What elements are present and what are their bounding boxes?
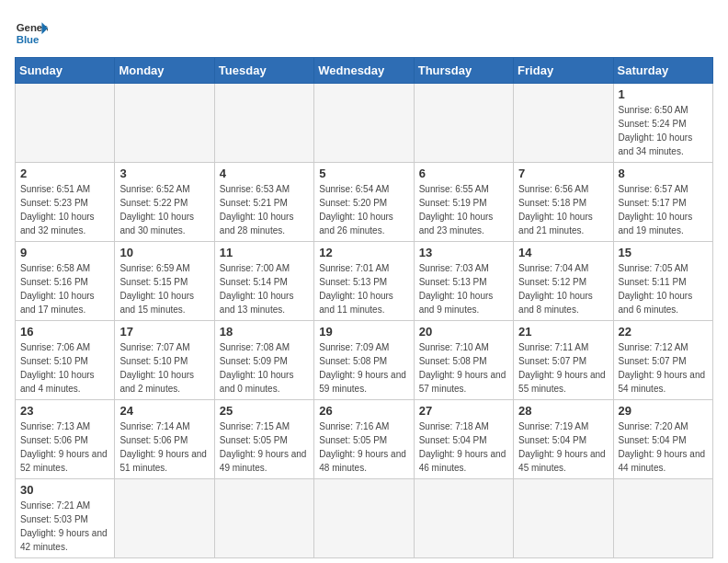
calendar-day-cell: [16, 84, 115, 163]
day-number: 25: [220, 404, 309, 418]
day-info: Sunrise: 7:03 AM Sunset: 5:13 PM Dayligh…: [419, 261, 508, 316]
day-info: Sunrise: 6:50 AM Sunset: 5:24 PM Dayligh…: [619, 103, 708, 158]
calendar-week-row: 9Sunrise: 6:58 AM Sunset: 5:16 PM Daylig…: [16, 242, 713, 321]
calendar-day-cell: [314, 479, 414, 558]
day-info: Sunrise: 6:51 AM Sunset: 5:23 PM Dayligh…: [20, 182, 109, 237]
day-number: 14: [518, 246, 608, 259]
day-info: Sunrise: 6:58 AM Sunset: 5:16 PM Dayligh…: [20, 261, 109, 316]
calendar-day-cell: 7Sunrise: 6:56 AM Sunset: 5:18 PM Daylig…: [514, 163, 613, 242]
day-number: 3: [119, 167, 209, 180]
day-number: 26: [319, 404, 408, 418]
day-number: 29: [619, 404, 708, 418]
day-number: 10: [119, 246, 209, 259]
logo: General Blue: [15, 15, 53, 48]
calendar-day-cell: [414, 84, 513, 163]
logo-icon: General Blue: [15, 15, 48, 48]
calendar-day-cell: [115, 84, 214, 163]
day-info: Sunrise: 7:16 AM Sunset: 5:05 PM Dayligh…: [319, 419, 408, 475]
calendar-day-header: Saturday: [613, 58, 712, 84]
day-info: Sunrise: 6:53 AM Sunset: 5:21 PM Dayligh…: [220, 182, 309, 237]
day-info: Sunrise: 6:55 AM Sunset: 5:19 PM Dayligh…: [419, 182, 508, 237]
day-info: Sunrise: 6:54 AM Sunset: 5:20 PM Dayligh…: [319, 182, 408, 237]
calendar-day-header: Friday: [514, 58, 613, 84]
calendar-day-cell: 23Sunrise: 7:13 AM Sunset: 5:06 PM Dayli…: [16, 400, 115, 479]
calendar-day-cell: [613, 479, 712, 558]
calendar-day-cell: 28Sunrise: 7:19 AM Sunset: 5:04 PM Dayli…: [514, 400, 613, 479]
calendar-day-cell: 18Sunrise: 7:08 AM Sunset: 5:09 PM Dayli…: [214, 321, 313, 400]
calendar-day-cell: 12Sunrise: 7:01 AM Sunset: 5:13 PM Dayli…: [314, 242, 414, 321]
calendar-day-cell: 9Sunrise: 6:58 AM Sunset: 5:16 PM Daylig…: [16, 242, 115, 321]
day-number: 5: [319, 167, 408, 180]
calendar-day-cell: 22Sunrise: 7:12 AM Sunset: 5:07 PM Dayli…: [613, 321, 712, 400]
calendar-week-row: 1Sunrise: 6:50 AM Sunset: 5:24 PM Daylig…: [16, 84, 713, 163]
calendar-day-cell: 5Sunrise: 6:54 AM Sunset: 5:20 PM Daylig…: [314, 163, 414, 242]
day-number: 27: [419, 404, 508, 418]
calendar-day-cell: 17Sunrise: 7:07 AM Sunset: 5:10 PM Dayli…: [115, 321, 214, 400]
calendar-day-cell: [314, 84, 414, 163]
calendar-day-cell: 29Sunrise: 7:20 AM Sunset: 5:04 PM Dayli…: [613, 400, 712, 479]
day-number: 30: [20, 483, 109, 497]
calendar-day-cell: 1Sunrise: 6:50 AM Sunset: 5:24 PM Daylig…: [613, 84, 712, 163]
day-info: Sunrise: 7:09 AM Sunset: 5:08 PM Dayligh…: [319, 340, 408, 396]
calendar-week-row: 2Sunrise: 6:51 AM Sunset: 5:23 PM Daylig…: [16, 163, 713, 242]
calendar-week-row: 30Sunrise: 7:21 AM Sunset: 5:03 PM Dayli…: [16, 479, 713, 558]
calendar-header-row: SundayMondayTuesdayWednesdayThursdayFrid…: [16, 58, 713, 84]
day-info: Sunrise: 7:13 AM Sunset: 5:06 PM Dayligh…: [20, 419, 109, 475]
calendar-day-cell: 13Sunrise: 7:03 AM Sunset: 5:13 PM Dayli…: [414, 242, 513, 321]
day-number: 4: [220, 167, 309, 180]
calendar-day-cell: [414, 479, 513, 558]
calendar-day-cell: 8Sunrise: 6:57 AM Sunset: 5:17 PM Daylig…: [613, 163, 712, 242]
calendar-day-cell: [214, 479, 313, 558]
svg-text:Blue: Blue: [17, 34, 40, 45]
calendar-day-cell: 27Sunrise: 7:18 AM Sunset: 5:04 PM Dayli…: [414, 400, 513, 479]
day-info: Sunrise: 7:07 AM Sunset: 5:10 PM Dayligh…: [119, 340, 209, 396]
day-number: 12: [319, 246, 408, 259]
calendar-week-row: 16Sunrise: 7:06 AM Sunset: 5:10 PM Dayli…: [16, 321, 713, 400]
calendar-day-cell: [514, 84, 613, 163]
calendar-day-header: Thursday: [414, 58, 513, 84]
day-info: Sunrise: 7:10 AM Sunset: 5:08 PM Dayligh…: [419, 340, 508, 396]
calendar-day-cell: 10Sunrise: 6:59 AM Sunset: 5:15 PM Dayli…: [115, 242, 214, 321]
day-number: 18: [220, 325, 309, 339]
calendar-table: SundayMondayTuesdayWednesdayThursdayFrid…: [15, 57, 713, 558]
day-info: Sunrise: 7:00 AM Sunset: 5:14 PM Dayligh…: [220, 261, 309, 316]
calendar-day-cell: 24Sunrise: 7:14 AM Sunset: 5:06 PM Dayli…: [115, 400, 214, 479]
day-info: Sunrise: 7:18 AM Sunset: 5:04 PM Dayligh…: [419, 419, 508, 475]
day-number: 11: [220, 246, 309, 259]
calendar-day-cell: 21Sunrise: 7:11 AM Sunset: 5:07 PM Dayli…: [514, 321, 613, 400]
calendar-day-header: Wednesday: [314, 58, 414, 84]
day-info: Sunrise: 7:19 AM Sunset: 5:04 PM Dayligh…: [518, 419, 608, 475]
day-info: Sunrise: 7:12 AM Sunset: 5:07 PM Dayligh…: [619, 340, 708, 396]
calendar-day-cell: 25Sunrise: 7:15 AM Sunset: 5:05 PM Dayli…: [214, 400, 313, 479]
calendar-day-header: Sunday: [16, 58, 115, 84]
calendar-day-cell: [214, 84, 313, 163]
day-number: 2: [20, 167, 109, 180]
calendar-day-cell: 19Sunrise: 7:09 AM Sunset: 5:08 PM Dayli…: [314, 321, 414, 400]
calendar-day-cell: 6Sunrise: 6:55 AM Sunset: 5:19 PM Daylig…: [414, 163, 513, 242]
calendar-day-cell: 11Sunrise: 7:00 AM Sunset: 5:14 PM Dayli…: [214, 242, 313, 321]
day-number: 17: [119, 325, 209, 339]
day-info: Sunrise: 6:52 AM Sunset: 5:22 PM Dayligh…: [119, 182, 209, 237]
day-number: 20: [419, 325, 508, 339]
day-info: Sunrise: 6:57 AM Sunset: 5:17 PM Dayligh…: [619, 182, 708, 237]
day-info: Sunrise: 7:20 AM Sunset: 5:04 PM Dayligh…: [619, 419, 708, 475]
day-info: Sunrise: 7:06 AM Sunset: 5:10 PM Dayligh…: [20, 340, 109, 396]
day-info: Sunrise: 7:11 AM Sunset: 5:07 PM Dayligh…: [518, 340, 608, 396]
day-number: 9: [20, 246, 109, 259]
page-header: General Blue: [15, 15, 713, 48]
calendar-day-cell: 4Sunrise: 6:53 AM Sunset: 5:21 PM Daylig…: [214, 163, 313, 242]
calendar-day-cell: 2Sunrise: 6:51 AM Sunset: 5:23 PM Daylig…: [16, 163, 115, 242]
calendar-day-cell: 3Sunrise: 6:52 AM Sunset: 5:22 PM Daylig…: [115, 163, 214, 242]
day-info: Sunrise: 7:15 AM Sunset: 5:05 PM Dayligh…: [220, 419, 309, 475]
day-number: 23: [20, 404, 109, 418]
day-info: Sunrise: 6:59 AM Sunset: 5:15 PM Dayligh…: [119, 261, 209, 316]
calendar-day-cell: 14Sunrise: 7:04 AM Sunset: 5:12 PM Dayli…: [514, 242, 613, 321]
day-info: Sunrise: 7:14 AM Sunset: 5:06 PM Dayligh…: [119, 419, 209, 475]
day-number: 7: [518, 167, 608, 180]
calendar-day-cell: 30Sunrise: 7:21 AM Sunset: 5:03 PM Dayli…: [16, 479, 115, 558]
day-number: 6: [419, 167, 508, 180]
day-info: Sunrise: 7:08 AM Sunset: 5:09 PM Dayligh…: [220, 340, 309, 396]
day-number: 1: [619, 87, 708, 101]
calendar-day-cell: 16Sunrise: 7:06 AM Sunset: 5:10 PM Dayli…: [16, 321, 115, 400]
day-number: 15: [619, 246, 708, 259]
